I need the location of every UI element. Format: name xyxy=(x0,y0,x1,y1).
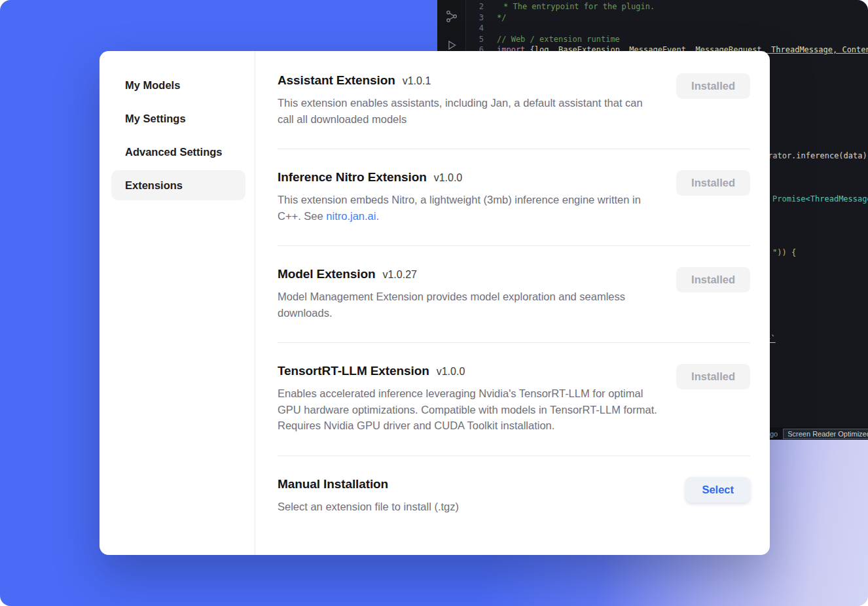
settings-modal: My Models My Settings Advanced Settings … xyxy=(99,51,770,555)
app-window: 2 * The entrypoint for the plugin. 3 */ … xyxy=(0,0,868,606)
sidebar-item-extensions[interactable]: Extensions xyxy=(111,170,245,200)
code-comment: // Web / extension runtime xyxy=(497,34,620,45)
extension-title-line: Model Extension v1.0.27 xyxy=(278,267,660,281)
installed-button[interactable]: Installed xyxy=(676,364,750,389)
code-line: 3 */ xyxy=(467,12,868,24)
line-number: 3 xyxy=(467,12,484,24)
sidebar-item-advanced-settings[interactable]: Advanced Settings xyxy=(111,137,245,167)
code-line: 2 * The entrypoint for the plugin. xyxy=(467,1,868,12)
code-line: 4 xyxy=(467,23,868,34)
extension-info: Assistant Extension v1.0.1 This extensio… xyxy=(278,73,660,127)
extension-name: TensortRT-LLM Extension xyxy=(278,364,429,378)
extension-version: v1.0.27 xyxy=(382,269,416,281)
code-line: 5 // Web / extension runtime xyxy=(467,34,868,45)
extension-name: Model Extension xyxy=(278,267,375,281)
installed-button[interactable]: Installed xyxy=(676,170,750,196)
extension-row: TensortRT-LLM Extension v1.0.0 Enables a… xyxy=(278,343,750,456)
code-fragment: ")) { xyxy=(772,248,796,257)
extension-name: Inference Nitro Extension xyxy=(278,170,427,185)
code-fragment: rator.inference(data)); xyxy=(768,151,868,160)
line-number: 5 xyxy=(467,34,484,45)
extension-name: Assistant Extension xyxy=(278,73,395,88)
sidebar-item-label: Advanced Settings xyxy=(125,146,223,158)
extension-description: Enables accelerated inference leveraging… xyxy=(278,385,660,434)
sidebar-item-my-models[interactable]: My Models xyxy=(111,70,245,100)
extension-info: Model Extension v1.0.27 Model Management… xyxy=(278,267,660,321)
extension-info: TensortRT-LLM Extension v1.0.0 Enables a… xyxy=(278,364,660,434)
extension-title-line: Assistant Extension v1.0.1 xyxy=(278,73,660,88)
sidebar-item-label: Extensions xyxy=(125,179,183,192)
extension-info: Inference Nitro Extension v1.0.0 This ex… xyxy=(278,170,660,224)
status-bar-text: go xyxy=(770,430,778,438)
manual-installation-title: Manual Installation xyxy=(278,477,388,491)
manual-installation-description: Select an extension file to install (.tg… xyxy=(278,499,459,515)
sidebar-item-label: My Settings xyxy=(125,113,186,125)
extension-version: v1.0.1 xyxy=(403,75,431,87)
extension-description: This extension enables assistants, inclu… xyxy=(278,95,660,127)
code-fragment: Promise<ThreadMessage> xyxy=(772,194,868,204)
extension-row: Assistant Extension v1.0.1 This extensio… xyxy=(278,73,750,149)
settings-sidebar: My Models My Settings Advanced Settings … xyxy=(99,51,255,555)
extension-info: Manual Installation Select an extension … xyxy=(278,477,459,515)
extension-version: v1.0.0 xyxy=(437,366,465,378)
extension-title-line: Manual Installation xyxy=(278,477,459,491)
extension-description: Model Management Extension provides mode… xyxy=(278,289,660,321)
line-number: 4 xyxy=(467,23,484,34)
nitro-jan-ai-link[interactable]: nitro.jan.ai. xyxy=(326,210,379,222)
sidebar-item-my-settings[interactable]: My Settings xyxy=(111,103,245,134)
extension-title-line: Inference Nitro Extension v1.0.0 xyxy=(278,170,660,185)
sidebar-item-label: My Models xyxy=(125,79,180,92)
extension-row: Inference Nitro Extension v1.0.0 This ex… xyxy=(278,149,750,246)
installed-button[interactable]: Installed xyxy=(676,73,750,99)
extensions-panel: Assistant Extension v1.0.1 This extensio… xyxy=(255,51,770,555)
code-comment: * The entrypoint for the plugin. xyxy=(497,1,655,12)
installed-button[interactable]: Installed xyxy=(676,267,750,293)
select-file-button[interactable]: Select xyxy=(685,477,750,503)
extension-title-line: TensortRT-LLM Extension v1.0.0 xyxy=(278,364,660,378)
editor-code: 2 * The entrypoint for the plugin. 3 */ … xyxy=(467,1,868,56)
manual-installation-row: Manual Installation Select an extension … xyxy=(278,456,750,515)
code-comment: */ xyxy=(497,12,506,24)
line-number: 2 xyxy=(467,1,484,12)
extension-version: v1.0.0 xyxy=(434,172,463,184)
extension-description: This extension embeds Nitro, a lightweig… xyxy=(278,192,660,224)
graph-icon xyxy=(444,9,459,26)
extension-row: Model Extension v1.0.27 Model Management… xyxy=(278,246,750,343)
screen-reader-chip: Screen Reader Optimized xyxy=(783,429,868,439)
